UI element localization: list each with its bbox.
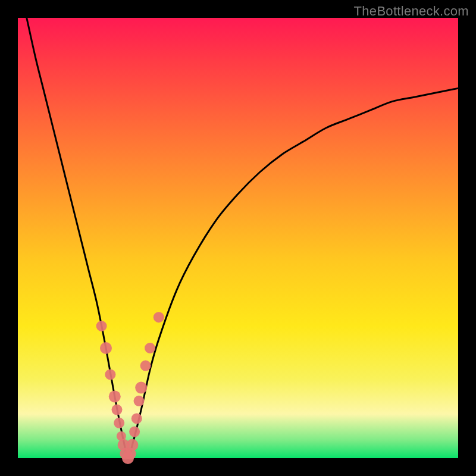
marker-dot <box>126 439 138 451</box>
marker-dots-group <box>96 312 164 464</box>
marker-dot <box>154 312 164 322</box>
marker-dot <box>96 321 107 331</box>
marker-dot <box>100 342 112 354</box>
plot-area <box>18 18 458 458</box>
bottleneck-curve <box>27 18 458 458</box>
marker-dot <box>140 361 151 371</box>
marker-dot <box>112 405 123 415</box>
marker-dot <box>145 343 155 353</box>
marker-dot <box>105 369 115 380</box>
marker-dot <box>135 382 147 394</box>
chart-svg <box>18 18 458 458</box>
marker-dot <box>114 418 124 428</box>
chart-frame: TheBottleneck.com <box>0 0 476 476</box>
marker-dot <box>109 390 121 402</box>
marker-dot <box>129 427 140 437</box>
marker-dot <box>131 413 142 424</box>
watermark-text: TheBottleneck.com <box>354 4 469 19</box>
marker-dot <box>134 396 145 406</box>
